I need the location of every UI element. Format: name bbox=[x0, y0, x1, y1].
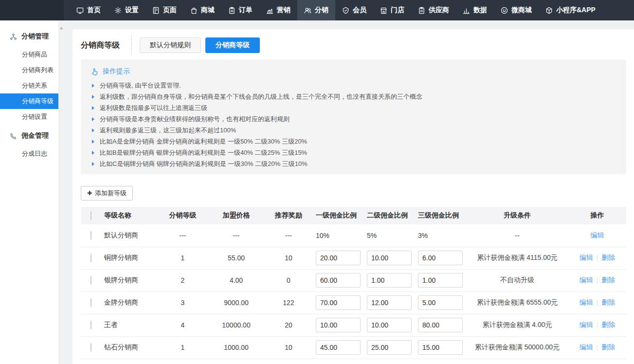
tip-item: 分销商等级, 由平台设置管理. bbox=[91, 80, 616, 91]
rate2-input[interactable] bbox=[367, 340, 412, 355]
row-checkbox[interactable] bbox=[91, 298, 91, 307]
level-cell: 2 bbox=[157, 269, 208, 291]
actions-cell: 编辑|删除 bbox=[568, 336, 626, 359]
logo-area bbox=[0, 0, 64, 20]
tip-text: 返利级数是指最多可以往上追溯返三级 bbox=[100, 102, 207, 113]
column-header: 一级佣金比例 bbox=[313, 207, 364, 224]
sidebar-item[interactable]: 分销关系 bbox=[0, 78, 58, 93]
main-area: 分销商等级 默认分销规则分销商等级 操作提示 分销商等级, 由平台设置管理.返利… bbox=[64, 20, 634, 364]
nav-item-chart[interactable]: 营销 bbox=[259, 0, 297, 20]
row-checkbox[interactable] bbox=[91, 231, 91, 240]
clipboard-icon bbox=[418, 7, 425, 14]
nav-item-bag[interactable]: 商城 bbox=[183, 0, 221, 20]
sidebar-group-title: 分销管理 bbox=[0, 25, 58, 47]
sidebar-item[interactable]: 分销设置 bbox=[0, 109, 58, 125]
row-checkbox-cell bbox=[81, 291, 101, 314]
edit-link[interactable]: 编辑 bbox=[580, 343, 593, 351]
tip-text: 比如B是银牌分销商 银牌分销商的返利规则是 一级40% 二级25% 三级15% bbox=[100, 147, 307, 158]
column-header: 操作 bbox=[568, 207, 626, 224]
sidebar: 分销管理分销商品分销商列表分销关系分销商等级分销设置佣金管理分成日志 bbox=[0, 20, 58, 364]
clipboard-icon bbox=[228, 7, 235, 14]
rate3-input[interactable] bbox=[418, 340, 463, 355]
edit-link[interactable]: 编辑 bbox=[591, 231, 604, 239]
nav-item-clipboard[interactable]: 供应商 bbox=[411, 0, 456, 20]
edit-link[interactable]: 编辑 bbox=[580, 254, 593, 261]
nav-item-gear[interactable]: 设置 bbox=[108, 0, 145, 20]
nav-item-label: 门店 bbox=[391, 6, 404, 15]
row-checkbox[interactable] bbox=[91, 276, 91, 285]
tab-active[interactable]: 分销商等级 bbox=[205, 37, 260, 53]
column-header: 升级条件 bbox=[466, 207, 568, 224]
delete-link[interactable]: 删除 bbox=[601, 298, 615, 306]
nav-item-badge[interactable]: 会员 bbox=[335, 0, 373, 20]
rate1-input[interactable] bbox=[316, 295, 361, 310]
name-cell: 银牌分销商 bbox=[101, 269, 157, 291]
delete-link[interactable]: 删除 bbox=[601, 254, 615, 261]
plus-icon: ✚ bbox=[87, 190, 92, 196]
level-cell: 1 bbox=[157, 336, 208, 359]
rate3-input[interactable] bbox=[418, 273, 463, 288]
tips-title: 操作提示 bbox=[103, 67, 130, 76]
rate2-input[interactable] bbox=[367, 318, 412, 332]
sidebar-scrollbar[interactable] bbox=[58, 20, 64, 364]
sidebar-item[interactable]: 分销商等级 bbox=[0, 93, 58, 109]
rate2-cell bbox=[364, 314, 415, 336]
price-cell: 55.00 bbox=[208, 247, 264, 269]
rate1-input[interactable] bbox=[316, 340, 361, 355]
rate2-input[interactable] bbox=[367, 273, 412, 288]
delete-link[interactable]: 删除 bbox=[601, 276, 615, 284]
hand-pointer-icon bbox=[91, 68, 99, 76]
rate3-input[interactable] bbox=[418, 251, 463, 265]
add-level-button[interactable]: ✚ 添加新等级 bbox=[81, 186, 133, 200]
price-cell: 10000.00 bbox=[208, 314, 264, 336]
rate2-input[interactable] bbox=[367, 251, 412, 265]
select-all-checkbox[interactable] bbox=[91, 211, 91, 220]
row-checkbox[interactable] bbox=[91, 343, 91, 352]
tab-default[interactable]: 默认分销规则 bbox=[140, 37, 201, 53]
edit-link[interactable]: 编辑 bbox=[580, 321, 593, 328]
delete-link[interactable]: 删除 bbox=[601, 321, 615, 328]
bullet-triangle-icon bbox=[92, 117, 94, 121]
actions-cell: 编辑|删除 bbox=[568, 291, 626, 314]
sidebar-item[interactable]: 分销商列表 bbox=[0, 62, 58, 78]
nav-item-label: 营销 bbox=[277, 6, 290, 15]
nav-item-page[interactable]: 页面 bbox=[145, 0, 183, 20]
nav-item-monitor[interactable]: 首页 bbox=[70, 0, 108, 20]
rate3-cell bbox=[415, 291, 466, 314]
column-header: 分销等级 bbox=[157, 207, 208, 224]
rate2-cell: 5% bbox=[364, 224, 415, 247]
actions-cell: 编辑|删除 bbox=[568, 269, 626, 291]
table-row: 金牌分销商39000.00122累计获佣金额满 6555.00元编辑|删除 bbox=[81, 291, 626, 314]
price-cell: --- bbox=[208, 224, 264, 247]
rate3-input[interactable] bbox=[418, 318, 463, 332]
rate1-input[interactable] bbox=[316, 273, 361, 288]
bullet-triangle-icon bbox=[92, 128, 94, 132]
nav-item-bars[interactable]: 数据 bbox=[456, 0, 494, 20]
wechat-icon bbox=[501, 7, 508, 14]
condition-cell: 累计获佣金额满 4.00元 bbox=[466, 314, 568, 336]
tip-text: 返利级数，跟分销商自身等级，和分销商是某个下线会员的几级上线，是三个完全不同，也… bbox=[100, 91, 422, 102]
name-cell: 铜牌分销商 bbox=[101, 247, 157, 269]
nav-item-cube[interactable]: 小程序&APP bbox=[539, 0, 602, 20]
nav-item-label: 订单 bbox=[239, 6, 253, 15]
nav-item-label: 页面 bbox=[163, 6, 177, 15]
rate1-input[interactable] bbox=[316, 318, 361, 332]
rate3-input[interactable] bbox=[418, 295, 463, 310]
nav-item-wechat[interactable]: 微商城 bbox=[494, 0, 539, 20]
rate1-input[interactable] bbox=[316, 251, 361, 265]
rate2-input[interactable] bbox=[367, 295, 412, 310]
nav-item-clipboard[interactable]: 订单 bbox=[221, 0, 259, 20]
sidebar-item[interactable]: 分成日志 bbox=[0, 146, 58, 162]
edit-link[interactable]: 编辑 bbox=[580, 298, 593, 306]
scroll-up-arrow[interactable] bbox=[60, 27, 63, 29]
nav-item-people[interactable]: 分销 bbox=[297, 0, 335, 20]
page-header: 分销商等级 默认分销规则分销商等级 bbox=[81, 29, 626, 59]
nav-item-label: 首页 bbox=[87, 6, 101, 15]
delete-link[interactable]: 删除 bbox=[601, 343, 615, 351]
edit-link[interactable]: 编辑 bbox=[580, 276, 593, 284]
sidebar-item[interactable]: 分销商品 bbox=[0, 47, 58, 62]
nav-item-store[interactable]: 门店 bbox=[373, 0, 411, 20]
rate1-cell bbox=[313, 314, 364, 336]
row-checkbox[interactable] bbox=[91, 254, 91, 262]
row-checkbox[interactable] bbox=[91, 321, 91, 329]
